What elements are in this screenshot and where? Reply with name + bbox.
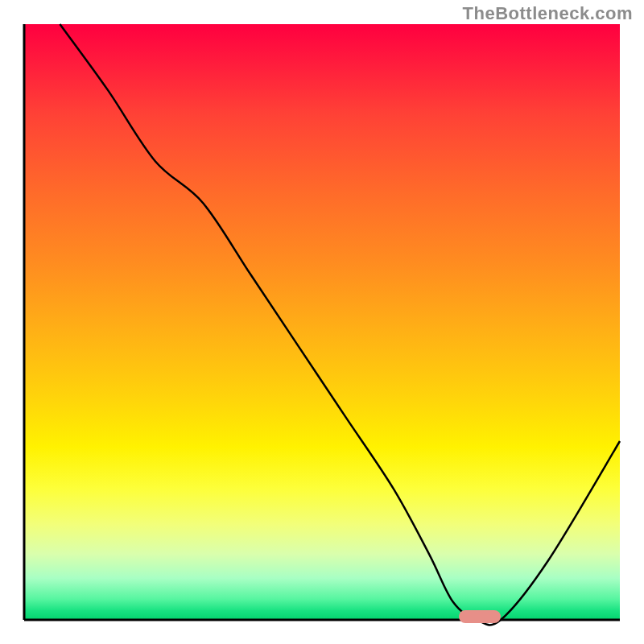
heat-gradient-background (24, 24, 620, 620)
chart-container: TheBottleneck.com (0, 0, 644, 644)
plot-area (24, 24, 620, 620)
attribution-text: TheBottleneck.com (463, 3, 633, 24)
optimum-marker (459, 610, 501, 623)
